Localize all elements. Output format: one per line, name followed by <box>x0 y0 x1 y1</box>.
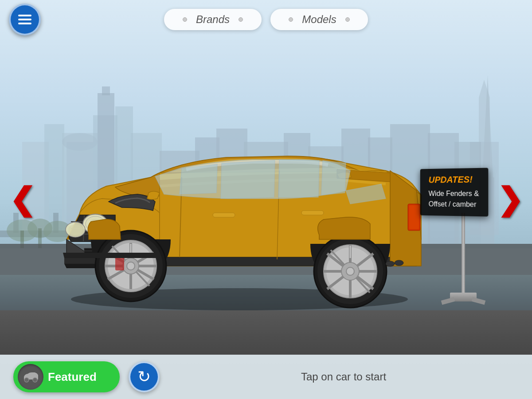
svg-point-68 <box>127 262 134 270</box>
models-label: Models <box>302 13 336 26</box>
featured-button[interactable]: Featured <box>13 361 120 392</box>
featured-car-icon <box>18 364 43 390</box>
stand-pole <box>462 213 465 301</box>
car-silhouette-icon <box>22 371 39 383</box>
update-sign: UPDATES! Wide Fenders & Offset / camber <box>420 168 488 217</box>
svg-point-84 <box>395 260 403 266</box>
brands-label: Brands <box>196 13 230 26</box>
stand-base <box>450 293 477 301</box>
menu-line-1 <box>18 15 31 16</box>
prev-car-button[interactable]: ❮ <box>9 182 35 217</box>
right-chevron-icon: ❯ <box>497 184 523 215</box>
left-chevron-icon: ❮ <box>9 184 35 215</box>
brands-nav[interactable]: Brands <box>164 9 262 30</box>
svg-point-49 <box>68 224 82 235</box>
svg-rect-69 <box>115 257 124 270</box>
next-car-button[interactable]: ❯ <box>497 182 523 217</box>
next-car-nav: ❯ <box>497 182 523 217</box>
brands-dot-right <box>239 17 243 22</box>
bottom-bar: Featured ↻ Tap on car to start <box>0 355 532 399</box>
svg-point-85 <box>24 378 29 382</box>
models-dot-left <box>289 17 293 22</box>
car-display[interactable] <box>27 89 470 346</box>
hamburger-icon <box>18 15 31 24</box>
svg-rect-52 <box>213 213 235 217</box>
refresh-button[interactable]: ↻ <box>129 361 160 392</box>
update-line2: Offset / camber <box>429 200 477 208</box>
refresh-icon: ↻ <box>137 368 151 386</box>
update-body: Wide Fenders & Offset / camber <box>429 188 479 210</box>
svg-rect-53 <box>301 211 324 215</box>
svg-rect-55 <box>409 205 419 229</box>
menu-button[interactable] <box>9 4 41 35</box>
update-title: UPDATES! <box>429 174 479 185</box>
top-nav: Brands Models <box>0 9 532 30</box>
svg-point-83 <box>386 261 395 266</box>
featured-label: Featured <box>48 370 97 384</box>
tap-start-label: Tap on car to start <box>168 371 519 383</box>
update-line1: Wide Fenders & <box>429 190 479 197</box>
sign-stand <box>457 213 470 301</box>
svg-point-86 <box>33 378 37 382</box>
prev-car-nav: ❮ <box>9 182 35 217</box>
menu-line-3 <box>18 23 31 24</box>
models-nav[interactable]: Models <box>270 9 368 30</box>
svg-point-82 <box>347 268 354 275</box>
brands-dot-left <box>183 17 187 22</box>
menu-line-2 <box>18 19 31 20</box>
models-dot-right <box>345 17 350 22</box>
